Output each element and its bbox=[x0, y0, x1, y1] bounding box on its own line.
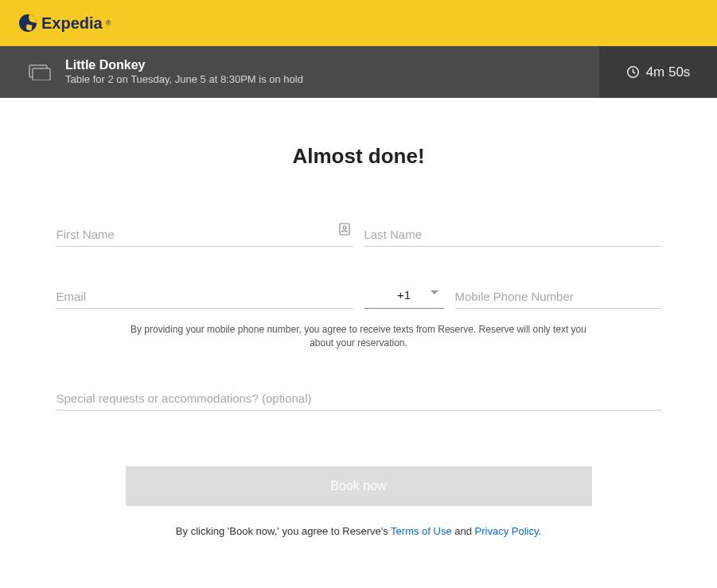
brand-logo[interactable]: Expedia ® bbox=[19, 14, 111, 33]
last-name-field bbox=[364, 224, 661, 247]
reservation-info: Little Donkey Table for 2 on Tuesday, Ju… bbox=[29, 46, 599, 98]
svg-rect-1 bbox=[33, 68, 50, 80]
phone-input[interactable] bbox=[455, 286, 661, 309]
registered-mark: ® bbox=[106, 19, 111, 27]
name-row bbox=[57, 224, 661, 247]
book-now-button[interactable]: Book now bbox=[126, 466, 592, 506]
email-field[interactable] bbox=[57, 286, 353, 309]
expedia-logo-icon bbox=[19, 14, 37, 32]
page-title: Almost done! bbox=[57, 144, 661, 169]
contact-row: +1 bbox=[57, 286, 661, 309]
clock-icon bbox=[626, 65, 640, 79]
privacy-link[interactable]: Privacy Policy bbox=[475, 525, 539, 537]
terms-link[interactable]: Terms of Use bbox=[391, 525, 452, 537]
special-requests-input[interactable] bbox=[57, 388, 661, 411]
phone-disclaimer: By providing your mobile phone number, y… bbox=[120, 323, 598, 350]
agree-prefix: By clicking 'Book now,' you agree to Res… bbox=[176, 525, 391, 537]
country-code-value: +1 bbox=[397, 288, 411, 302]
email-field-wrap bbox=[57, 286, 353, 309]
restaurant-name: Little Donkey bbox=[65, 57, 303, 72]
agree-and: and bbox=[452, 525, 475, 537]
agreement-text: By clicking 'Book now,' you agree to Res… bbox=[57, 525, 661, 537]
brand-header: Expedia ® bbox=[0, 0, 717, 46]
timer-value: 4m 50s bbox=[646, 64, 691, 80]
brand-name: Expedia bbox=[41, 14, 103, 33]
country-code-select[interactable]: +1 bbox=[364, 286, 444, 309]
svg-point-4 bbox=[343, 226, 346, 229]
last-name-input[interactable] bbox=[364, 224, 661, 247]
contact-card-icon bbox=[339, 223, 350, 236]
hold-description: Table for 2 on Tuesday, June 5 at 8:30PM… bbox=[65, 73, 303, 87]
reservation-bar: Little Donkey Table for 2 on Tuesday, Ju… bbox=[0, 46, 717, 98]
hold-timer: 4m 50s bbox=[599, 46, 717, 98]
first-name-input[interactable] bbox=[57, 224, 353, 247]
chevron-down-icon bbox=[430, 290, 439, 296]
agree-period: . bbox=[539, 525, 542, 537]
special-requests-field bbox=[57, 388, 661, 411]
phone-field-wrap bbox=[455, 286, 661, 309]
phone-group: +1 bbox=[364, 286, 661, 309]
first-name-field bbox=[57, 224, 353, 247]
main-content: Almost done! +1 bbox=[57, 144, 661, 569]
reservation-card-icon bbox=[29, 64, 51, 80]
